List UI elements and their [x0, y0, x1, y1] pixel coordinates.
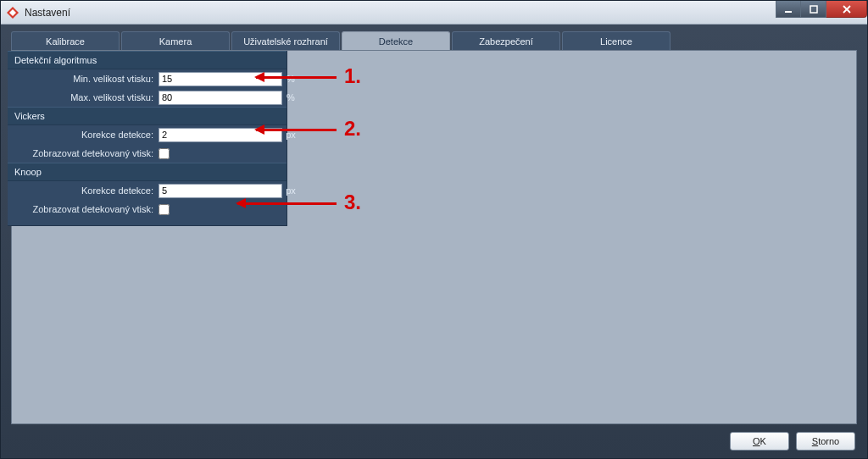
annotation-label-1: 1. — [344, 64, 361, 88]
app-window: Nastavení Kalibrace Kamera Uživatelské r… — [0, 0, 868, 459]
close-button[interactable] — [826, 1, 867, 18]
section-header-vickers: Vickers — [8, 107, 287, 125]
app-icon — [6, 6, 19, 19]
knoop-show-checkbox[interactable] — [159, 204, 170, 215]
max-size-unit: % — [282, 92, 299, 102]
content-panel: Detekční algoritmus Min. velikost vtisku… — [11, 50, 857, 424]
vickers-corr-unit: px — [282, 130, 299, 140]
tab-rozhrani[interactable]: Uživatelské rozhraní — [231, 31, 340, 50]
vickers-show-checkbox[interactable] — [159, 148, 170, 159]
knoop-show-label: Zobrazovat detekovaný vtisk: — [14, 204, 159, 214]
tab-kalibrace[interactable]: Kalibrace — [11, 31, 120, 50]
row-knoop-corr: Korekce detekce: px — [8, 181, 287, 200]
knoop-corr-label: Korekce detekce: — [14, 185, 159, 196]
cancel-button[interactable]: Storno — [796, 432, 855, 451]
vickers-show-label: Zobrazovat detekovaný vtisk: — [14, 148, 159, 158]
row-max-size: Max. velikost vtisku: % — [8, 88, 287, 107]
svg-rect-2 — [785, 11, 792, 13]
window-title: Nastavení — [25, 7, 70, 19]
section-header-knoop: Knoop — [8, 163, 287, 181]
knoop-corr-unit: px — [282, 185, 299, 196]
cancel-label-rest: torno — [818, 436, 839, 446]
maximize-button[interactable] — [801, 1, 826, 18]
tab-licence[interactable]: Licence — [562, 31, 670, 50]
minimize-button[interactable] — [776, 1, 801, 18]
ok-label-rest: K — [760, 436, 766, 446]
row-knoop-show: Zobrazovat detekovaný vtisk: — [8, 200, 287, 218]
min-size-unit: % — [282, 74, 299, 84]
min-size-input[interactable] — [159, 72, 282, 86]
tab-zabezpeceni[interactable]: Zabezpečení — [452, 31, 560, 50]
vickers-corr-input[interactable] — [159, 128, 282, 142]
row-min-size: Min. velikost vtisku: % — [8, 69, 287, 88]
footer: OK Storno — [1, 424, 867, 458]
row-vickers-corr: Korekce detekce: px — [8, 125, 287, 144]
settings-block: Detekční algoritmus Min. velikost vtisku… — [8, 51, 287, 226]
tabstrip: Kalibrace Kamera Uživatelské rozhraní De… — [11, 31, 857, 50]
max-size-label: Max. velikost vtisku: — [14, 92, 159, 102]
annotation-label-2: 2. — [344, 117, 361, 141]
tab-kamera[interactable]: Kamera — [121, 31, 230, 50]
min-size-label: Min. velikost vtisku: — [14, 74, 159, 84]
annotation-label-3: 3. — [344, 191, 361, 214]
knoop-corr-input[interactable] — [159, 184, 282, 198]
window-controls — [776, 1, 867, 19]
section-header-algo: Detekční algoritmus — [8, 51, 287, 69]
svg-rect-3 — [810, 6, 817, 13]
tab-detekce[interactable]: Detekce — [342, 31, 450, 50]
max-size-input[interactable] — [159, 91, 282, 105]
vickers-corr-label: Korekce detekce: — [14, 130, 159, 140]
titlebar: Nastavení — [1, 1, 867, 25]
row-vickers-show: Zobrazovat detekovaný vtisk: — [8, 144, 287, 163]
ok-button[interactable]: OK — [730, 432, 789, 451]
